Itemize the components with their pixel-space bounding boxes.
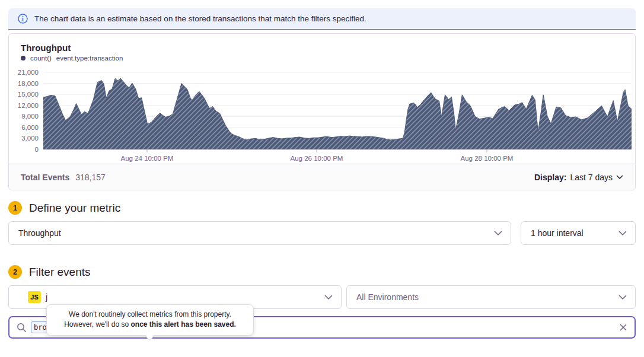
svg-text:Aug 26 10:00 PM: Aug 26 10:00 PM (291, 155, 343, 162)
info-banner: The chart data is an estimate based on t… (8, 8, 636, 30)
info-icon (18, 14, 28, 24)
step-number-badge: 2 (8, 265, 22, 279)
search-icon (17, 323, 27, 333)
chart-title: Throughput (21, 43, 623, 53)
display-range-dropdown[interactable]: Display: Last 7 days (534, 173, 623, 182)
chevron-down-icon (619, 231, 627, 236)
close-icon (619, 323, 627, 332)
metric-select[interactable]: Throughput (8, 221, 511, 245)
svg-text:6,000: 6,000 (21, 124, 39, 131)
legend-filter: event.type:transaction (56, 55, 123, 62)
environment-select-value: All Environments (356, 292, 419, 302)
chevron-down-icon (619, 295, 627, 300)
svg-text:3,000: 3,000 (21, 135, 39, 142)
svg-text:21,000: 21,000 (18, 69, 39, 76)
chart-legend: count() event.type:transaction (21, 55, 623, 62)
display-value: Last 7 days (570, 173, 613, 182)
interval-select-value: 1 hour interval (531, 228, 584, 238)
chevron-down-icon (616, 175, 623, 180)
display-label: Display: (534, 173, 566, 182)
interval-select[interactable]: 1 hour interval (521, 221, 636, 245)
legend-dot-icon (21, 56, 25, 60)
throughput-chart: 03,0006,0009,00012,00015,00018,00021,000… (9, 65, 635, 164)
svg-text:12,000: 12,000 (18, 102, 39, 109)
svg-text:0: 0 (35, 146, 39, 153)
alert-builder-page: The chart data is an estimate based on t… (0, 0, 644, 357)
tooltip-line2: However, we'll do so once this alert has… (54, 320, 246, 330)
throughput-area-series (43, 78, 632, 149)
tooltip-line2-regular: However, we'll do so (64, 320, 130, 329)
metric-row: Throughput 1 hour interval (8, 221, 636, 245)
total-events-label: Total Events (21, 173, 69, 182)
svg-text:18,000: 18,000 (18, 80, 39, 87)
svg-text:Aug 28 10:00 PM: Aug 28 10:00 PM (461, 155, 514, 162)
svg-text:15,000: 15,000 (18, 91, 39, 98)
tooltip-line2-bold: once this alert has been saved. (130, 320, 235, 329)
environment-select[interactable]: All Environments (346, 285, 636, 309)
tooltip-caret (145, 331, 155, 340)
chart-header: Throughput count() event.type:transactio… (9, 34, 635, 62)
svg-text:9,000: 9,000 (21, 113, 39, 120)
info-banner-text: The chart data is an estimate based on t… (34, 14, 366, 23)
metric-select-value: Throughput (18, 228, 61, 238)
section-filter-events: 2 Filter events (8, 265, 636, 279)
svg-text:Aug 24 10:00 PM: Aug 24 10:00 PM (121, 155, 174, 162)
chevron-down-icon (494, 231, 502, 236)
metrics-tooltip: We don't routinely collect metrics from … (46, 304, 254, 336)
project-select-value: j (46, 292, 47, 302)
throughput-panel: Throughput count() event.type:transactio… (8, 33, 636, 190)
tooltip-line1: We don't routinely collect metrics from … (54, 310, 246, 320)
step-number-badge: 1 (8, 201, 22, 215)
clear-search-button[interactable] (619, 323, 627, 332)
section-title: Define your metric (29, 202, 120, 215)
total-events-value: 318,157 (75, 173, 106, 182)
legend-metric: count() (30, 55, 52, 62)
section-title: Filter events (29, 266, 90, 279)
javascript-platform-icon: JS (28, 291, 41, 303)
chevron-down-icon (324, 295, 333, 300)
section-define-metric: 1 Define your metric (8, 201, 636, 215)
chart-panel-footer: Total Events 318,157 Display: Last 7 day… (9, 164, 635, 190)
total-events: Total Events 318,157 (21, 173, 106, 182)
